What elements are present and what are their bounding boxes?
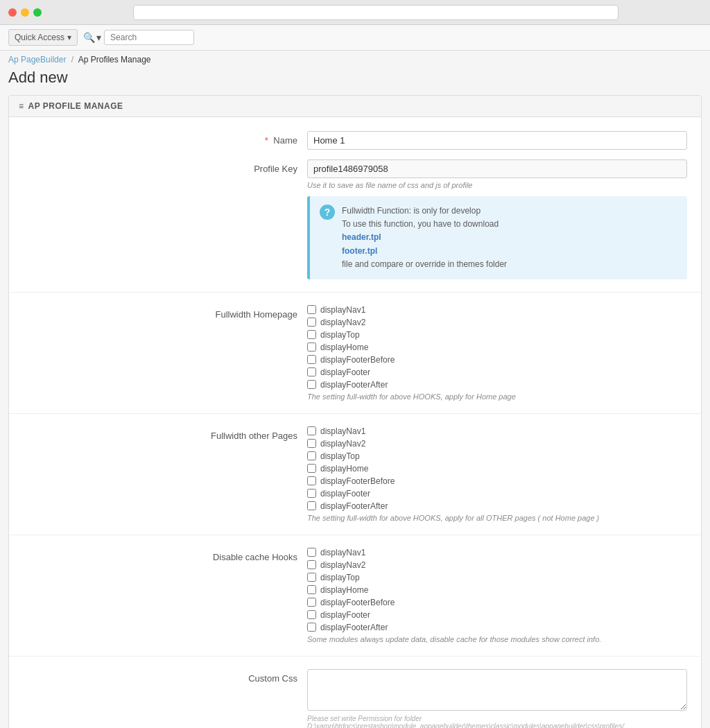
list-item: displayFooterAfter — [307, 380, 687, 390]
list-item: displayHome — [307, 585, 687, 595]
address-bar[interactable] — [133, 5, 618, 20]
custom-css-permission: Please set write Permission for folder D… — [307, 715, 687, 728]
list-item: displayFooterBefore — [307, 355, 687, 365]
card-header-icon: ≡ — [19, 101, 24, 111]
checkbox-displayFooter-hp[interactable] — [307, 367, 316, 376]
checkbox-displayNav1-op[interactable] — [307, 426, 316, 435]
fullwidth-other-help: The setting full-width for above HOOKS, … — [307, 514, 687, 522]
close-button[interactable] — [8, 8, 17, 17]
divider-2 — [9, 413, 701, 414]
checkbox-displayTop-dc[interactable] — [307, 573, 316, 582]
breadcrumb-separator: / — [71, 55, 73, 64]
fullwidth-other-checkbox-list: displayNav1 displayNav2 displayTop — [307, 426, 687, 511]
list-item: displayTop — [307, 330, 687, 340]
footer-tpl-link[interactable]: footer.tpl — [342, 246, 377, 256]
disable-cache-label: Disable cache Hooks — [9, 548, 307, 562]
checkbox-displayHome-op[interactable] — [307, 464, 316, 473]
checkbox-displayTop-hp[interactable] — [307, 330, 316, 339]
checkbox-displayNav2-op[interactable] — [307, 439, 316, 448]
list-item: displayFooterAfter — [307, 501, 687, 511]
search-icon-button[interactable]: 🔍 ▾ — [83, 32, 101, 43]
list-item: displayTop — [307, 451, 687, 461]
app-container: Quick Access ▾ 🔍 ▾ Ap PageBuilder / Ap P… — [0, 25, 710, 728]
main-card: ≡ AP PROFILE MANAGE * Name Profile Key — [8, 95, 702, 728]
divider-4 — [9, 656, 701, 657]
checkbox-displayHome-dc[interactable] — [307, 585, 316, 594]
quick-access-button[interactable]: Quick Access ▾ — [8, 29, 78, 46]
custom-css-row: Custom Css Please set write Permission f… — [9, 669, 701, 728]
name-required-marker: * — [265, 135, 268, 146]
list-item: displayHome — [307, 464, 687, 474]
info-text-links: header.tpl footer.tpl — [342, 231, 507, 257]
minimize-button[interactable] — [21, 8, 29, 17]
breadcrumb-parent-link[interactable]: Ap PageBuilder — [8, 55, 66, 64]
list-item: displayFooterAfter — [307, 623, 687, 632]
info-text-line3: file and compare or override in themes f… — [342, 258, 507, 271]
checkbox-displayNav2-hp[interactable] — [307, 318, 316, 327]
custom-css-label: Custom Css — [9, 669, 307, 684]
list-item: displayNav2 — [307, 560, 687, 570]
quick-access-label: Quick Access — [15, 33, 64, 42]
search-area: 🔍 ▾ — [83, 30, 194, 45]
list-item: displayFooter — [307, 610, 687, 620]
dropdown-arrow-icon: ▾ — [67, 33, 71, 42]
checkbox-displayFooterBefore-dc[interactable] — [307, 598, 316, 607]
profile-key-input[interactable] — [307, 159, 687, 178]
breadcrumb-current: Ap Profiles Manage — [78, 55, 151, 64]
profile-key-content: Use it to save as file name of css and j… — [307, 159, 701, 279]
checkbox-displayNav1-dc[interactable] — [307, 548, 316, 557]
name-form-content — [307, 131, 701, 150]
divider-1 — [9, 292, 701, 293]
fullwidth-homepage-label: Fullwidth Homepage — [9, 305, 307, 320]
fullwidth-other-row: Fullwidth other Pages displayNav1 displa… — [9, 426, 701, 522]
maximize-button[interactable] — [33, 8, 42, 17]
list-item: displayNav2 — [307, 439, 687, 449]
profile-key-label: Profile Key — [9, 159, 307, 174]
checkbox-displayHome-hp[interactable] — [307, 343, 316, 352]
disable-cache-help: Some modules always update data, disable… — [307, 635, 687, 643]
top-nav: Quick Access ▾ 🔍 ▾ — [0, 25, 710, 51]
checkbox-displayFooter-dc[interactable] — [307, 610, 316, 619]
list-item: displayFooterBefore — [307, 598, 687, 607]
disable-cache-row: Disable cache Hooks displayNav1 displayN… — [9, 548, 701, 643]
checkbox-displayFooterAfter-dc[interactable] — [307, 623, 316, 632]
checkbox-displayFooterBefore-op[interactable] — [307, 476, 316, 485]
checkbox-displayFooterAfter-hp[interactable] — [307, 380, 316, 389]
search-dropdown-icon: ▾ — [96, 32, 101, 43]
disable-cache-content: displayNav1 displayNav2 displayTop — [307, 548, 701, 643]
checkbox-displayFooterAfter-op[interactable] — [307, 501, 316, 510]
form-body: * Name Profile Key Use it to save as fil… — [9, 117, 701, 728]
name-label: * Name — [9, 131, 307, 146]
info-text-line1: Fullwidth Function: is only for develop — [342, 205, 507, 218]
checkbox-displayNav2-dc[interactable] — [307, 560, 316, 569]
card-header: ≡ AP PROFILE MANAGE — [9, 96, 701, 117]
list-item: displayHome — [307, 343, 687, 352]
divider-3 — [9, 535, 701, 535]
titlebar — [0, 0, 710, 25]
info-box-text: Fullwidth Function: is only for develop … — [342, 205, 507, 271]
header-tpl-link[interactable]: header.tpl — [342, 232, 381, 242]
search-icon: 🔍 — [83, 32, 95, 43]
profile-key-help: Use it to save as file name of css and j… — [307, 181, 687, 189]
page-title: Add new — [0, 64, 710, 95]
checkbox-displayFooterBefore-hp[interactable] — [307, 355, 316, 364]
fullwidth-homepage-help: The setting full-width for above HOOKS, … — [307, 392, 687, 401]
checkbox-displayNav1-hp[interactable] — [307, 305, 316, 314]
search-input[interactable] — [104, 30, 194, 45]
list-item: displayNav1 — [307, 548, 687, 557]
checkbox-displayTop-op[interactable] — [307, 451, 316, 460]
traffic-lights — [8, 8, 42, 17]
list-item: displayNav1 — [307, 426, 687, 436]
profile-key-row: Profile Key Use it to save as file name … — [9, 159, 701, 279]
name-input[interactable] — [307, 131, 687, 150]
custom-css-content: Please set write Permission for folder D… — [307, 669, 701, 728]
fullwidth-homepage-checkbox-list: displayNav1 displayNav2 displayTop — [307, 305, 687, 390]
list-item: displayFooter — [307, 367, 687, 377]
list-item: displayNav1 — [307, 305, 687, 315]
fullwidth-info-box: ? Fullwidth Function: is only for develo… — [307, 196, 687, 279]
list-item: displayFooter — [307, 489, 687, 499]
fullwidth-homepage-content: displayNav1 displayNav2 displayTop — [307, 305, 701, 401]
name-row: * Name — [9, 131, 701, 150]
custom-css-textarea[interactable] — [307, 669, 687, 711]
checkbox-displayFooter-op[interactable] — [307, 489, 316, 498]
